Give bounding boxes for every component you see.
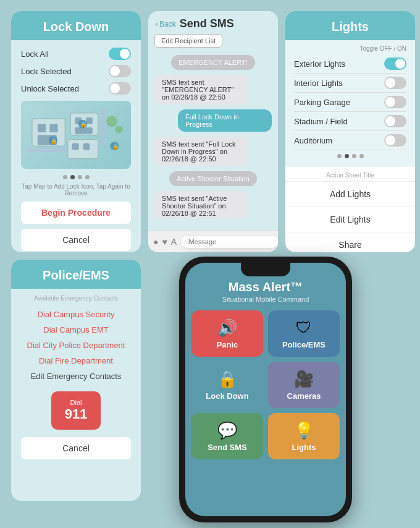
dial-number: 911 <box>59 406 93 422</box>
police-cancel-button[interactable]: Cancel <box>21 437 131 459</box>
msg-sent-lockdown: SMS text sent "Full Lock Down in Progres… <box>154 137 248 166</box>
police-body: Available Emergency Contacts Dial Campus… <box>11 289 141 471</box>
toggle-row-unlock-selected: Unlock Selected <box>21 82 131 95</box>
parking-garage-toggle[interactable] <box>384 96 406 108</box>
lights-dot-1 <box>337 154 342 158</box>
panic-label: Panic <box>217 340 238 349</box>
lockdown-card: Lock Down Lock All Lock Selected Unlock … <box>11 11 141 252</box>
parking-garage-label: Parking Garage <box>294 98 350 107</box>
auditorium-toggle[interactable] <box>384 134 406 147</box>
dial-campus-security-button[interactable]: Dial Campus Security <box>21 307 131 322</box>
map-dots <box>21 175 131 179</box>
sms-back-button[interactable]: ‹ Back <box>156 20 176 28</box>
lights-icon: 💡 <box>294 421 314 440</box>
dot-1 <box>63 175 67 179</box>
msg-bubble-emergency: EMERGENCY ALERT! <box>171 55 254 70</box>
unlock-selected-toggle[interactable] <box>109 82 131 95</box>
panic-icon: 🔊 <box>217 318 237 338</box>
sms-tile[interactable]: 💬 Send SMS <box>191 413 263 459</box>
begin-procedure-button[interactable]: Begin Procedure <box>21 202 131 224</box>
svg-rect-7 <box>75 127 92 134</box>
lock-selected-label: Lock Selected <box>21 67 72 76</box>
panic-tile[interactable]: 🔊 Panic <box>191 310 263 357</box>
police-tile[interactable]: 🛡 Police/EMS <box>268 310 340 357</box>
back-chevron-icon: ‹ <box>156 20 158 28</box>
lights-body: Toggle OFF / ON Exterior Lights Interior… <box>285 40 415 167</box>
camera-icon: ● <box>153 237 158 247</box>
lights-action-sheet: Action Sheet Title Add Lights Edit Light… <box>285 167 415 252</box>
toggle-row-lock-all: Lock All <box>21 48 131 60</box>
back-label: Back <box>159 20 176 28</box>
police-header: Police/EMS <box>11 260 141 289</box>
lockdown-tile[interactable]: 🔒 Lock Down <box>191 362 263 408</box>
exterior-lights-label: Exterior Lights <box>294 59 345 69</box>
edit-emergency-contacts-button[interactable]: Edit Emergency Contacts <box>21 368 131 384</box>
lights-dot-4 <box>359 154 364 158</box>
sms-input[interactable] <box>180 235 278 249</box>
app-grid: 🔊 Panic 🛡 Police/EMS 🔒 Lock Down 🎥 Camer… <box>191 310 340 459</box>
sms-input-bar: ● ♥ A 🎤 <box>148 231 278 252</box>
sms-icon: 💬 <box>217 421 237 440</box>
app-title: Mass Alert™ <box>229 280 303 294</box>
interior-lights-toggle[interactable] <box>384 77 406 89</box>
phone-notch <box>241 263 290 276</box>
lockdown-tile-label: Lock Down <box>206 391 248 401</box>
heart-icon: ♥ <box>162 237 167 247</box>
dial-911-button[interactable]: Dial 911 <box>51 391 101 430</box>
svg-rect-10 <box>83 143 90 150</box>
lockdown-header: Lock Down <box>11 11 141 40</box>
dial-city-police-button[interactable]: Dial City Police Department <box>21 338 131 353</box>
police-ems-card: Police/EMS Available Emergency Contacts … <box>11 260 141 501</box>
dial-campus-emt-button[interactable]: Dial Campus EMT <box>21 322 131 338</box>
share-button[interactable]: Share <box>285 232 415 252</box>
lockdown-cancel-button[interactable]: Cancel <box>21 229 131 251</box>
svg-point-18 <box>115 126 122 133</box>
svg-point-17 <box>106 116 117 127</box>
msg-bubble-lockdown: Full Lock Down in Progress <box>178 109 272 132</box>
dot-4 <box>85 175 90 179</box>
svg-text:🔒: 🔒 <box>112 142 120 150</box>
svg-rect-20 <box>101 108 105 146</box>
lights-dots <box>294 150 406 162</box>
svg-rect-1 <box>38 124 46 132</box>
lockdown-icon: 🔒 <box>217 370 237 389</box>
lights-title: Lights <box>332 20 369 33</box>
app-subtitle: Situational Mobile Command <box>222 296 309 303</box>
lights-row-exterior: Exterior Lights <box>294 54 406 74</box>
stadium-field-toggle[interactable] <box>384 115 406 127</box>
exterior-lights-toggle[interactable] <box>384 57 406 70</box>
dot-2 <box>70 175 75 179</box>
lights-row-stadium: Stadium / Field <box>294 112 406 131</box>
svg-rect-19 <box>27 147 65 151</box>
sms-message-list: EMERGENCY ALERT! SMS text sent "EMERGENC… <box>148 51 278 218</box>
lockdown-title: Lock Down <box>43 20 109 33</box>
msg-sent-emergency: SMS text sent "EMERGENCY ALERT" on 02/26… <box>154 75 248 104</box>
interior-lights-label: Interior Lights <box>294 79 343 88</box>
phone-content: Mass Alert™ Situational Mobile Command 🔊… <box>185 263 346 516</box>
cameras-tile[interactable]: 🎥 Cameras <box>268 362 340 408</box>
lights-row-parking: Parking Garage <box>294 93 406 112</box>
cameras-icon: 🎥 <box>294 370 314 389</box>
dial-fire-department-button[interactable]: Dial Fire Department <box>21 353 131 368</box>
lights-header: Lights <box>285 11 415 40</box>
lights-dot-2 <box>345 154 349 158</box>
lock-all-toggle[interactable] <box>109 48 131 60</box>
police-icon: 🛡 <box>296 318 312 338</box>
lights-toggle-header: Toggle OFF / ON <box>294 45 406 52</box>
svg-rect-9 <box>72 143 79 150</box>
add-lights-button[interactable]: Add Lights <box>285 182 415 207</box>
lights-tile-label: Lights <box>292 443 316 452</box>
cameras-label: Cameras <box>287 391 321 401</box>
action-sheet-title: Action Sheet Title <box>285 167 415 182</box>
lockdown-map[interactable]: 🔒 🔒 🔒 <box>21 101 131 169</box>
svg-text:🔒: 🔒 <box>51 137 58 144</box>
lock-selected-toggle[interactable] <box>109 65 131 77</box>
msg-bubble-shooter: Active Shooter Situation <box>169 171 256 186</box>
edit-lights-button[interactable]: Edit Lights <box>285 207 415 232</box>
contacts-label: Available Emergency Contacts <box>21 295 131 302</box>
phone-screen: Mass Alert™ Situational Mobile Command 🔊… <box>185 263 346 516</box>
police-tile-label: Police/EMS <box>282 340 326 349</box>
lights-tile[interactable]: 💡 Lights <box>268 413 340 459</box>
edit-recipients-button[interactable]: Edit Recipient List <box>154 34 222 48</box>
svg-rect-2 <box>49 124 57 132</box>
